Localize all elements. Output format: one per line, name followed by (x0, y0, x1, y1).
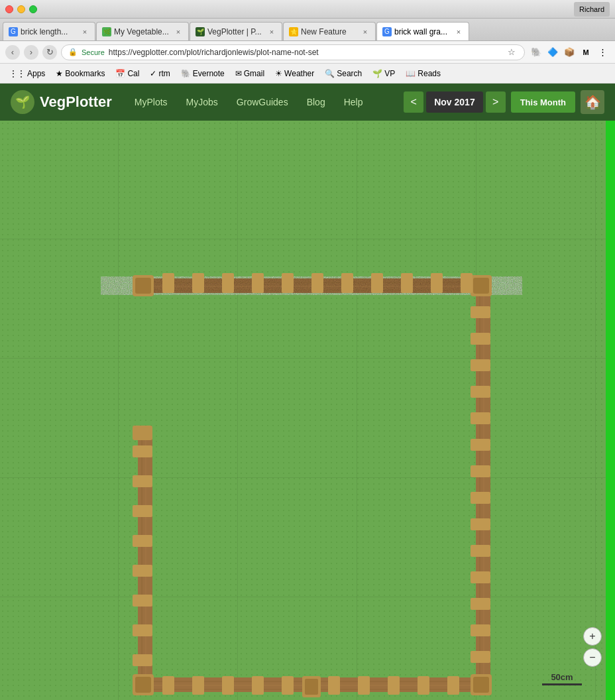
svg-rect-60 (192, 676, 204, 695)
gmail-icon: ✉ (235, 69, 242, 78)
svg-rect-57 (133, 654, 152, 666)
tab-label: VegPlotter | P... (207, 27, 264, 36)
bookmark-cal[interactable]: 📅 Cal (111, 68, 143, 80)
this-month-button[interactable]: This Month (511, 91, 575, 113)
ext-elephant-icon[interactable]: 🐘 (529, 45, 543, 60)
nav-blog[interactable]: Blog (298, 84, 335, 121)
bookmark-reads[interactable]: 📖 Reads (402, 68, 445, 80)
tab-close-icon[interactable]: × (267, 27, 276, 36)
svg-rect-70 (447, 676, 459, 695)
svg-rect-30 (311, 273, 323, 293)
minimize-button[interactable] (17, 5, 25, 13)
bookmark-vp-label: VP (384, 69, 395, 78)
month-controls: < Nov 2017 > (404, 91, 505, 113)
svg-rect-18 (135, 278, 151, 294)
svg-rect-52 (133, 505, 152, 517)
title-bar: Richard (0, 0, 615, 19)
bookmark-rtm[interactable]: ✓ rtm (146, 68, 174, 80)
scale-label: 50cm (551, 672, 573, 682)
extensions-bar: 🐘 🔷 📦 M ⋮ (529, 45, 610, 60)
nav-growguides[interactable]: GrowGuides (227, 84, 298, 121)
tab-label: New Feature (301, 27, 358, 36)
tab-new-feature[interactable]: ⭐ New Feature × (283, 22, 376, 40)
bookmark-cal-label: Cal (127, 69, 139, 78)
reload-button[interactable]: ↻ (42, 45, 57, 60)
nav-help[interactable]: Help (335, 84, 372, 121)
svg-rect-54 (133, 565, 152, 577)
weather-icon: ☀ (275, 69, 282, 78)
svg-rect-68 (388, 676, 400, 695)
nav-myjobs[interactable]: MyJobs (177, 84, 227, 121)
bookmark-evernote[interactable]: 🐘 Evernote (177, 68, 229, 80)
svg-rect-20 (473, 278, 489, 294)
tab-vegplotter[interactable]: 🌱 VegPlotter | P... × (190, 22, 282, 40)
logo-area[interactable]: 🌱 VegPlotter (11, 90, 112, 114)
svg-rect-58 (133, 426, 152, 440)
back-button[interactable]: ‹ (5, 45, 20, 60)
garden-plot-svg: 50cm (0, 121, 615, 700)
bookmark-vp[interactable]: 🌱 VP (368, 68, 399, 80)
svg-rect-33 (401, 273, 413, 293)
tab-close-icon[interactable]: × (454, 27, 463, 36)
ext-trello-icon[interactable]: 🔷 (545, 45, 560, 60)
evernote-icon: 🐘 (181, 69, 191, 78)
svg-rect-66 (328, 676, 340, 695)
user-button[interactable]: Richard (574, 2, 610, 17)
bookmarks-bar: ⋮⋮ Apps ★ Bookmarks 📅 Cal ✓ rtm 🐘 Everno… (0, 64, 615, 84)
zoom-in-button[interactable]: + (583, 627, 602, 646)
tab-label: My Vegetable... (114, 27, 171, 36)
svg-rect-56 (133, 624, 152, 636)
tab-brick-wall[interactable]: G brick wall gra... × (376, 22, 469, 40)
next-month-button[interactable]: > (486, 91, 506, 113)
bookmark-weather[interactable]: ☀ Weather (271, 68, 318, 80)
garden-container[interactable]: 50cm + − 50cm (0, 121, 615, 700)
tab-brick-length[interactable]: G brick length... × (3, 22, 95, 40)
svg-rect-36 (471, 306, 490, 318)
ext-m-icon[interactable]: M (579, 45, 593, 60)
current-month-label: Nov 2017 (426, 91, 482, 113)
svg-rect-34 (431, 273, 443, 293)
forward-button[interactable]: › (24, 45, 38, 60)
bookmark-bookmarks[interactable]: ★ Bookmarks (52, 68, 109, 80)
scale-bar (542, 683, 582, 685)
address-input[interactable]: 🔒 Secure https://vegplotter.com/plot/ric… (61, 44, 525, 60)
svg-rect-48 (471, 624, 490, 636)
svg-rect-53 (133, 535, 152, 547)
bookmark-star-icon[interactable]: ☆ (506, 46, 518, 58)
svg-rect-47 (471, 598, 490, 610)
zoom-out-button[interactable]: − (583, 648, 602, 667)
tab-my-vegetable[interactable]: 🌿 My Vegetable... × (96, 22, 189, 40)
svg-rect-50 (133, 445, 152, 457)
reads-icon: 📖 (406, 69, 416, 78)
bookmark-apps[interactable]: ⋮⋮ Apps (5, 68, 49, 80)
svg-rect-59 (162, 676, 174, 695)
menu-icon[interactable]: ⋮ (595, 45, 610, 60)
tab-favicon: 🌱 (196, 27, 205, 36)
tab-close-icon[interactable]: × (361, 27, 370, 36)
close-button[interactable] (5, 5, 13, 13)
home-icon: 🏠 (585, 94, 601, 110)
nav-right: < Nov 2017 > This Month 🏠 (404, 90, 604, 114)
home-button[interactable]: 🏠 (581, 90, 604, 114)
svg-rect-27 (222, 273, 234, 293)
tab-close-icon[interactable]: × (174, 27, 183, 36)
nav-links: MyPlots MyJobs GrowGuides Blog Help (125, 84, 404, 121)
secure-icon: 🔒 (68, 48, 78, 56)
scale-indicator: 50cm (542, 672, 582, 685)
bookmark-evernote-label: Evernote (193, 69, 225, 78)
maximize-button[interactable] (29, 5, 37, 13)
bookmark-bookmarks-label: Bookmarks (65, 69, 105, 78)
svg-rect-39 (471, 386, 490, 398)
tab-close-icon[interactable]: × (80, 27, 89, 36)
bookmark-search[interactable]: 🔍 Search (321, 68, 366, 80)
svg-rect-51 (133, 475, 152, 487)
ext-box-icon[interactable]: 📦 (562, 45, 577, 60)
tab-favicon: G (382, 27, 392, 36)
prev-month-button[interactable]: < (404, 91, 423, 113)
nav-myplots[interactable]: MyPlots (125, 84, 177, 121)
bookmark-gmail[interactable]: ✉ Gmail (231, 68, 268, 80)
bookmark-reads-label: Reads (418, 69, 441, 78)
tab-favicon: ⭐ (289, 27, 298, 36)
svg-rect-55 (133, 595, 152, 607)
svg-rect-24 (473, 677, 489, 693)
